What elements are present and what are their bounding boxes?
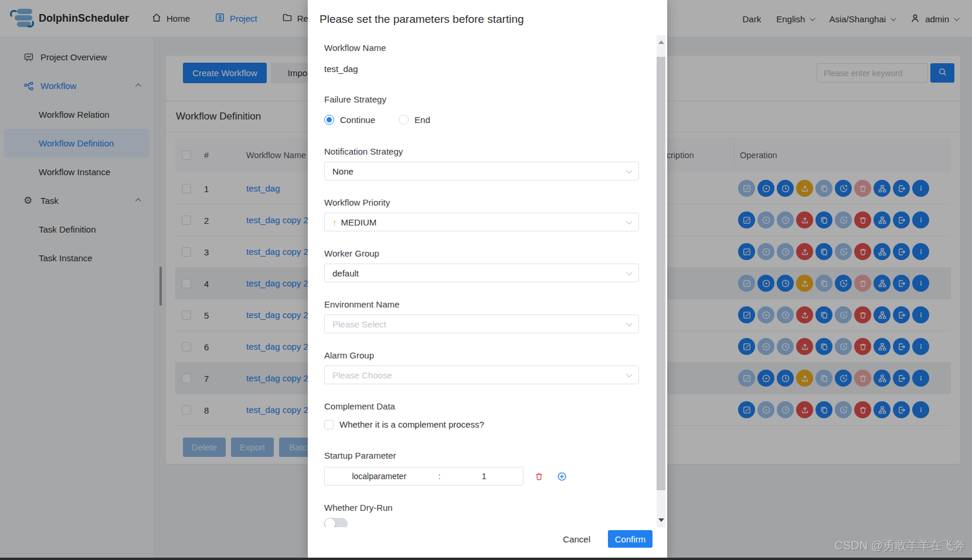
modal-footer: Cancel Confirm [308,527,667,560]
toggle-knob [325,518,335,527]
scroll-up-arrow-icon[interactable] [658,40,664,44]
environment-name-select[interactable]: Please Select [324,315,639,333]
complement-checkbox-label: Whether it is a complement process? [339,419,484,429]
chevron-down-icon [626,167,633,173]
add-parameter-icon[interactable] [557,472,567,482]
scroll-down-arrow-icon[interactable] [658,518,664,522]
workflow-name-value: test_dag [324,64,639,74]
modal-title: Please set the parameters before startin… [320,13,524,26]
cancel-button[interactable]: Cancel [563,530,590,548]
confirm-button[interactable]: Confirm [608,530,652,548]
complement-checkbox[interactable] [324,420,334,429]
complement-data-label: Complement Data [324,401,639,411]
workflow-priority-label: Workflow Priority [324,197,639,207]
radio-end-label: End [414,115,430,125]
start-parameters-modal: Please set the parameters before startin… [308,0,667,560]
chevron-down-icon [626,320,633,326]
notification-strategy-label: Notification Strategy [324,146,639,156]
scrollbar-thumb[interactable] [657,57,665,490]
alarm-group-select[interactable]: Please Choose [324,366,639,384]
chevron-down-icon [626,269,633,275]
workflow-priority-select[interactable]: ↑ MEDIUM [324,213,639,231]
chevron-down-icon [626,218,633,224]
modal-scrollbar[interactable] [657,35,665,527]
failure-strategy-label: Failure Strategy [324,94,639,104]
parameter-separator: : [434,472,446,481]
bottom-edge-strip [0,558,972,560]
dry-run-label: Whether Dry-Run [324,503,639,513]
environment-name-label: Environment Name [324,299,639,309]
modal-body: Workflow Name test_dag Failure Strategy … [308,35,667,527]
radio-end[interactable] [399,115,409,125]
worker-group-label: Worker Group [324,248,639,258]
startup-parameter-row: localparameter : 1 [324,467,639,486]
radio-continue-label: Continue [340,115,375,125]
priority-up-arrow-icon: ↑ [332,217,337,227]
complement-data-row: Whether it is a complement process? [324,419,639,429]
dry-run-toggle[interactable] [324,518,348,527]
worker-group-select[interactable]: default [324,264,639,282]
chevron-down-icon [626,371,633,377]
startup-parameter-label: Startup Parameter [324,450,639,460]
delete-parameter-icon[interactable] [534,472,544,482]
watermark: CSDN @勇敢羊羊在飞奔 [834,538,965,554]
notification-strategy-select[interactable]: None [324,162,639,180]
parameter-value-input[interactable]: 1 [446,472,524,481]
workflow-name-label: Workflow Name [324,43,639,53]
alarm-group-label: Alarm Group [324,350,639,360]
parameter-key-input[interactable]: localparameter [325,472,434,481]
failure-strategy-group: Continue End [324,115,639,125]
startup-parameter-box: localparameter : 1 [324,467,524,486]
radio-continue[interactable] [324,115,334,125]
